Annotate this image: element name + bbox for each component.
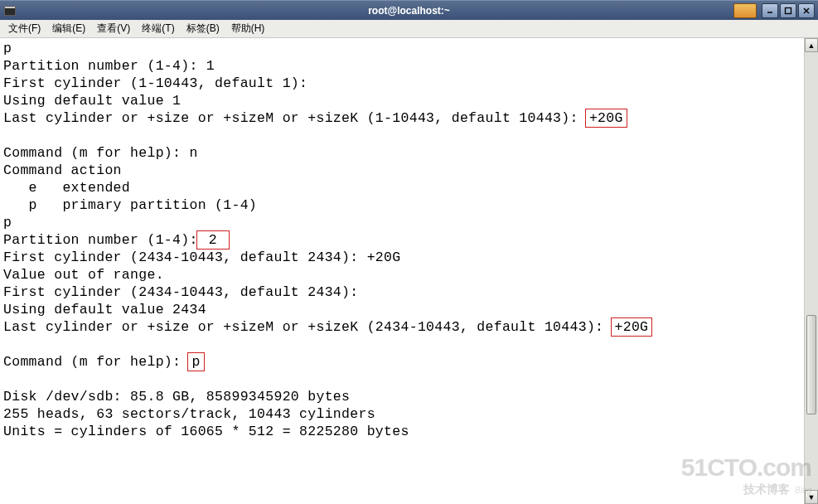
terminal-line: p bbox=[3, 41, 12, 56]
terminal-line: Command (m for help): p bbox=[3, 354, 203, 370]
terminal-app-icon bbox=[3, 4, 17, 17]
terminal-line: p primary partition (1-4) bbox=[3, 197, 257, 213]
svg-rect-1 bbox=[5, 7, 15, 8]
terminal-line: Partition number (1-4): 2 bbox=[3, 232, 228, 248]
terminal-line: Partition number (1-4): 1 bbox=[3, 58, 215, 74]
menu-tabs[interactable]: 标签(B) bbox=[182, 20, 225, 37]
terminal-line: Disk /dev/sdb: 85.8 GB, 85899345920 byte… bbox=[3, 389, 350, 405]
scroll-down-button[interactable]: ▼ bbox=[805, 490, 818, 504]
terminal-line: First cylinder (1-10443, default 1): bbox=[3, 75, 307, 91]
minimize-button[interactable] bbox=[762, 3, 778, 18]
highlight-box: +20G bbox=[585, 109, 627, 128]
terminal-line: 255 heads, 63 sectors/track, 10443 cylin… bbox=[3, 406, 375, 422]
terminal-line: p bbox=[3, 215, 12, 230]
terminal-output[interactable]: p Partition number (1-4): 1 First cylind… bbox=[0, 38, 804, 504]
terminal-line: First cylinder (2434-10443, default 2434… bbox=[3, 284, 358, 300]
terminal-line: Last cylinder or +size or +sizeM or +siz… bbox=[3, 319, 651, 335]
menu-edit[interactable]: 编辑(E) bbox=[47, 20, 90, 37]
highlight-box: +20G bbox=[611, 317, 653, 337]
terminal-line: e extended bbox=[3, 180, 130, 196]
scroll-up-button[interactable]: ▲ bbox=[805, 38, 818, 52]
terminal-line: First cylinder (2434-10443, default 2434… bbox=[3, 250, 400, 265]
maximize-button[interactable] bbox=[780, 3, 796, 18]
terminal-line: Value out of range. bbox=[3, 267, 164, 283]
window-titlebar: root@localhost:~ bbox=[0, 0, 818, 20]
close-button[interactable] bbox=[798, 3, 815, 18]
terminal-line: Last cylinder or +size or +sizeM or +siz… bbox=[3, 110, 626, 126]
menu-file[interactable]: 文件(F) bbox=[3, 20, 46, 37]
menu-help[interactable]: 帮助(H) bbox=[226, 20, 270, 37]
scroll-track[interactable] bbox=[805, 52, 818, 490]
terminal-line: Command action bbox=[3, 162, 122, 178]
window-switcher-icon[interactable] bbox=[733, 3, 757, 18]
menu-view[interactable]: 查看(V) bbox=[92, 20, 135, 37]
menu-terminal[interactable]: 终端(T) bbox=[137, 20, 179, 37]
window-title: root@localhost:~ bbox=[0, 5, 818, 17]
terminal-line: Command (m for help): n bbox=[3, 145, 198, 161]
svg-rect-3 bbox=[786, 7, 791, 13]
menubar: 文件(F) 编辑(E) 查看(V) 终端(T) 标签(B) 帮助(H) bbox=[0, 20, 818, 38]
scrollbar: ▲ ▼ bbox=[804, 38, 818, 504]
highlight-box: 2 bbox=[196, 230, 230, 250]
terminal-line: Units = cylinders of 16065 * 512 = 82252… bbox=[3, 424, 409, 439]
scroll-thumb[interactable] bbox=[806, 315, 816, 414]
terminal-line: Using default value 2434 bbox=[3, 302, 206, 317]
terminal-line: Using default value 1 bbox=[3, 93, 181, 109]
highlight-box: p bbox=[187, 352, 204, 371]
